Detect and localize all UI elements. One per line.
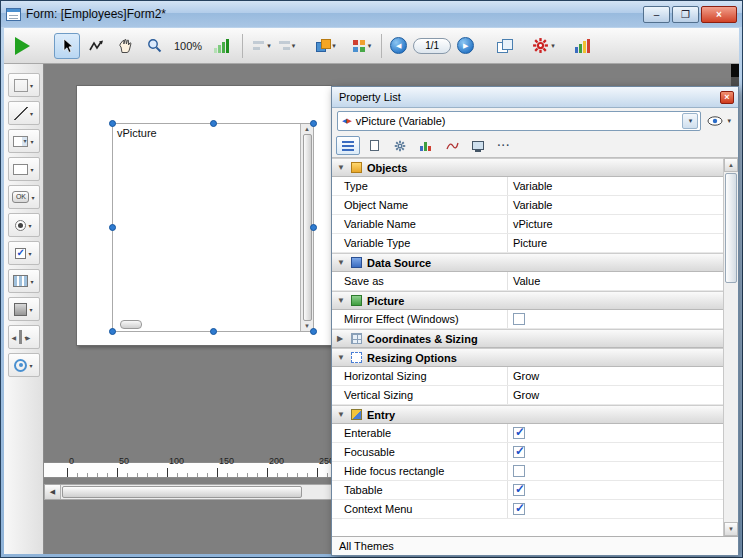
property-value[interactable]: Variable	[508, 196, 723, 214]
view-options-button[interactable]: ▾	[705, 114, 733, 128]
collapse-triangle-icon[interactable]: ▼	[337, 353, 351, 362]
zoom-bars-control[interactable]	[208, 33, 234, 59]
section-header-entry[interactable]: ▼Entry	[332, 405, 723, 424]
property-list-close-button[interactable]: ×	[720, 91, 734, 104]
property-value[interactable]: vPicture	[508, 215, 723, 233]
selection-handle[interactable]	[310, 120, 317, 127]
distribute-button[interactable]: ▾	[314, 38, 338, 53]
collapse-triangle-icon[interactable]: ▼	[337, 163, 351, 172]
plugin-area-tool-button[interactable]: ▾	[8, 353, 40, 377]
scroll-left-icon[interactable]: ◀	[45, 485, 61, 499]
tab-document[interactable]	[362, 136, 386, 155]
collapse-triangle-icon[interactable]: ▼	[337, 258, 351, 267]
checkbox-tool-button[interactable]: ▾	[8, 241, 40, 265]
selection-handle[interactable]	[210, 120, 217, 127]
tab-more[interactable]: ···	[492, 136, 516, 155]
pan-tool-button[interactable]	[112, 33, 138, 59]
checkbox[interactable]	[513, 484, 525, 496]
checkbox[interactable]	[513, 446, 525, 458]
align-left-button[interactable]: ▾	[251, 39, 273, 52]
combo-box-tool-button[interactable]: ▾	[8, 129, 40, 153]
property-value[interactable]: Picture	[508, 234, 723, 252]
run-form-button[interactable]	[9, 33, 35, 59]
chevron-down-icon[interactable]: ▾	[30, 278, 33, 285]
scroll-up-icon[interactable]: ▲	[724, 158, 738, 172]
chevron-down-icon[interactable]: ▾	[30, 82, 33, 89]
expand-triangle-icon[interactable]: ▶	[337, 334, 351, 343]
checkbox[interactable]	[513, 313, 525, 325]
next-page-button[interactable]: ▶	[457, 37, 474, 54]
minimize-button[interactable]: –	[643, 6, 670, 23]
section-header-objects[interactable]: ▼Objects	[332, 158, 723, 177]
section-header-coordinates-sizing[interactable]: ▶Coordinates & Sizing	[332, 329, 723, 348]
form-pages-button[interactable]	[491, 33, 517, 59]
chevron-down-icon[interactable]: ▾	[292, 42, 296, 50]
tab-curve[interactable]	[440, 136, 464, 155]
zoom-level-label[interactable]: 100%	[174, 40, 202, 52]
property-value[interactable]: Grow	[508, 386, 723, 404]
tab-settings[interactable]	[388, 136, 412, 155]
section-header-picture[interactable]: ▼Picture	[332, 291, 723, 310]
field-tool-button[interactable]: ▾	[8, 157, 40, 181]
collapse-triangle-icon[interactable]: ▼	[337, 410, 351, 419]
chevron-down-icon[interactable]: ▾	[31, 194, 34, 201]
scrollbar-thumb[interactable]	[725, 173, 737, 283]
tab-property-list[interactable]	[336, 136, 360, 155]
chevron-down-icon[interactable]: ▾	[30, 138, 33, 145]
chevron-down-icon[interactable]: ▾	[30, 166, 33, 173]
selection-handle[interactable]	[109, 224, 116, 231]
chevron-down-icon[interactable]: ▾	[28, 250, 31, 257]
chevron-down-icon[interactable]: ▾	[727, 117, 731, 125]
radio-button-tool-button[interactable]: ▾	[8, 213, 40, 237]
splitter-tool-button[interactable]: ▾	[8, 325, 40, 349]
property-value[interactable]: Grow	[508, 367, 723, 385]
text-tool-button[interactable]: ▾	[8, 73, 40, 97]
chevron-down-icon[interactable]: ▾	[368, 42, 372, 50]
button-grid-tool-button[interactable]: ▾	[8, 269, 40, 293]
tab-chart[interactable]	[414, 136, 438, 155]
chevron-down-icon[interactable]: ▾	[28, 222, 31, 229]
actions-menu-button[interactable]: ▾	[530, 36, 557, 55]
object-horizontal-scroll-thumb[interactable]	[120, 320, 142, 329]
pointer-tool-button[interactable]	[54, 33, 80, 59]
line-tool-button[interactable]: ▾	[8, 101, 40, 125]
selection-handle[interactable]	[310, 224, 317, 231]
property-list-titlebar[interactable]: Property List ×	[332, 87, 738, 108]
chevron-down-icon[interactable]: ▾	[29, 306, 32, 313]
property-value[interactable]: Value	[508, 272, 723, 290]
collapse-triangle-icon[interactable]: ▼	[337, 296, 351, 305]
chevron-down-icon[interactable]: ▾	[267, 42, 271, 50]
scroll-down-icon[interactable]: ▼	[724, 522, 738, 536]
selection-handle[interactable]	[210, 328, 217, 335]
list-editor-button[interactable]	[570, 33, 596, 59]
button-tool-button[interactable]: OK▾	[8, 185, 40, 209]
checkbox[interactable]	[513, 503, 525, 515]
maximize-button[interactable]: ❐	[672, 6, 699, 23]
chevron-down-icon[interactable]: ▾	[682, 113, 698, 129]
checkbox[interactable]	[513, 465, 525, 477]
align-right-button[interactable]: ▾	[276, 39, 298, 52]
chevron-down-icon[interactable]: ▾	[30, 110, 33, 117]
picture-object[interactable]: vPicture ▲ ▼	[112, 123, 314, 332]
selection-handle[interactable]	[310, 328, 317, 335]
window-titlebar[interactable]: Form: [Employees]Form2* – ❐ ×	[1, 1, 742, 27]
scroll-up-icon[interactable]: ▲	[304, 125, 310, 133]
entry-order-tool-button[interactable]	[83, 33, 109, 59]
object-selector-dropdown[interactable]: ◀▶ vPicture (Variable) ▾	[337, 111, 701, 131]
chevron-down-icon[interactable]: ▾	[29, 362, 32, 369]
close-button[interactable]: ×	[701, 6, 737, 23]
scrollbar-thumb[interactable]	[62, 486, 302, 498]
section-header-resizing-options[interactable]: ▼Resizing Options	[332, 348, 723, 367]
scroll-down-icon[interactable]: ▼	[304, 322, 310, 330]
checkbox[interactable]	[513, 427, 525, 439]
tab-display[interactable]	[466, 136, 490, 155]
chevron-down-icon[interactable]: ▾	[332, 42, 336, 50]
section-header-data-source[interactable]: ▼Data Source	[332, 253, 723, 272]
selection-handle[interactable]	[109, 328, 116, 335]
property-list-scrollbar[interactable]: ▲ ▼	[723, 158, 738, 536]
display-options-button[interactable]: ▾	[351, 39, 374, 53]
chevron-down-icon[interactable]: ▾	[551, 42, 555, 50]
property-value[interactable]: Variable	[508, 177, 723, 195]
theme-scope-footer[interactable]: All Themes	[332, 536, 738, 555]
previous-page-button[interactable]: ◀	[390, 37, 407, 54]
